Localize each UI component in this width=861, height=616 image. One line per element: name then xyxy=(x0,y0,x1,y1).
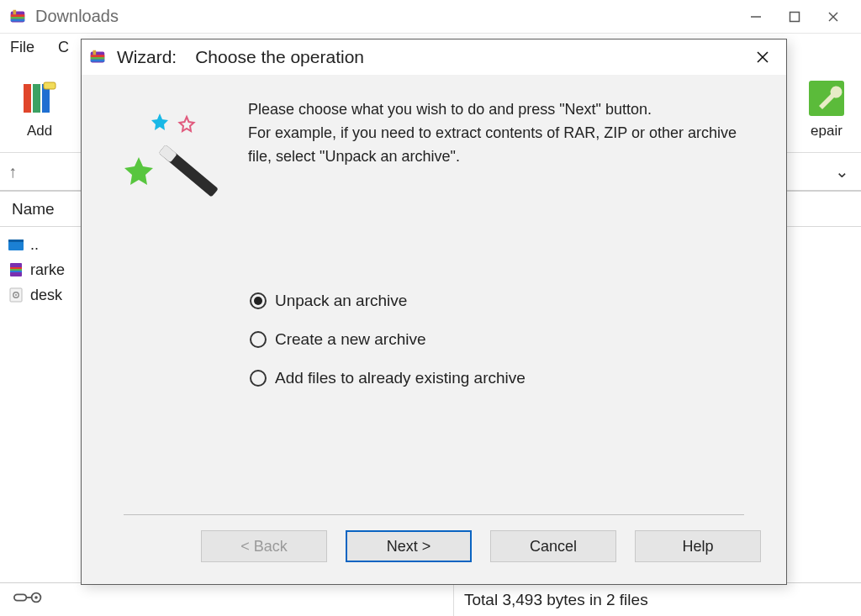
back-button[interactable]: < Back xyxy=(201,530,327,562)
maximize-button[interactable] xyxy=(775,3,814,30)
toolbar-repair-label: epair xyxy=(797,123,856,140)
svg-rect-17 xyxy=(10,267,22,269)
dialog-title-op: Choose the operation xyxy=(195,47,364,67)
option-label: Create a new archive xyxy=(275,330,426,349)
winrar-icon xyxy=(88,48,107,66)
close-main-button[interactable] xyxy=(814,3,853,30)
svg-rect-2 xyxy=(11,17,25,19)
svg-rect-23 xyxy=(14,594,26,600)
svg-rect-4 xyxy=(13,9,17,14)
toolbar-add-button[interactable]: Add xyxy=(10,77,69,140)
svg-rect-9 xyxy=(24,84,31,113)
wizard-dialog: Wizard: Choose the operation Plea xyxy=(81,39,787,585)
svg-rect-19 xyxy=(10,271,22,272)
menu-second[interactable]: C xyxy=(58,39,69,56)
option-label: Unpack an archive xyxy=(275,292,407,310)
svg-rect-10 xyxy=(33,84,40,113)
cancel-button[interactable]: Cancel xyxy=(490,530,616,562)
dialog-intro-text: Please choose what you wish to do and pr… xyxy=(248,98,761,216)
intro-line-2: For example, if you need to extract cont… xyxy=(248,122,761,169)
column-name: Name xyxy=(12,200,55,218)
main-titlebar[interactable]: Downloads xyxy=(0,0,861,34)
svg-point-25 xyxy=(34,596,38,599)
dialog-title-prefix: Wizard: xyxy=(117,47,177,67)
statusbar: Total 3,493 bytes in 2 files xyxy=(0,582,861,616)
rar-file-icon xyxy=(7,261,25,279)
dialog-body: Please choose what you wish to do and pr… xyxy=(82,75,786,584)
option-label: Add files to already existing archive xyxy=(275,369,526,387)
wizard-options: Unpack an archive Create a new archive A… xyxy=(250,292,761,387)
svg-rect-6 xyxy=(790,12,800,21)
option-create[interactable]: Create a new archive xyxy=(250,330,761,349)
radio-icon xyxy=(250,292,267,309)
file-label: .. xyxy=(30,236,39,254)
winrar-icon xyxy=(8,8,27,26)
file-label: rarke xyxy=(30,261,65,279)
parent-folder-icon xyxy=(7,235,25,254)
minimize-button[interactable] xyxy=(737,3,775,30)
radio-icon xyxy=(250,331,267,348)
wizard-wand-icon xyxy=(107,98,224,216)
dialog-footer: < Back Next > Cancel Help xyxy=(82,496,786,584)
svg-rect-12 xyxy=(44,82,55,89)
svg-rect-30 xyxy=(91,60,105,62)
status-total: Total 3,493 bytes in 2 files xyxy=(454,591,648,609)
file-label: desk xyxy=(30,287,62,304)
svg-rect-1 xyxy=(11,14,25,17)
toolbar-repair-button[interactable]: epair xyxy=(797,77,856,140)
menu-file[interactable]: File xyxy=(10,39,34,56)
svg-rect-18 xyxy=(10,269,22,271)
chevron-down-icon[interactable]: ⌄ xyxy=(835,161,849,182)
radio-icon xyxy=(250,370,267,387)
svg-rect-15 xyxy=(8,240,24,242)
books-add-icon xyxy=(18,77,61,119)
svg-rect-29 xyxy=(91,57,105,60)
intro-line-1: Please choose what you wish to do and pr… xyxy=(248,98,761,122)
help-button[interactable]: Help xyxy=(635,530,761,562)
option-add[interactable]: Add files to already existing archive xyxy=(250,369,761,387)
dialog-close-button[interactable] xyxy=(746,40,779,74)
drive-status-icon xyxy=(13,590,44,609)
nav-up-icon[interactable]: ↑ xyxy=(8,162,17,182)
svg-rect-3 xyxy=(11,18,25,21)
ini-file-icon xyxy=(7,286,25,304)
svg-rect-31 xyxy=(93,50,97,55)
next-button[interactable]: Next > xyxy=(346,530,472,562)
main-window-title: Downloads xyxy=(35,7,119,26)
dialog-titlebar[interactable]: Wizard: Choose the operation xyxy=(82,39,786,75)
svg-point-22 xyxy=(15,294,17,296)
svg-rect-28 xyxy=(91,55,105,57)
option-unpack[interactable]: Unpack an archive xyxy=(250,292,761,310)
toolbar-add-label: Add xyxy=(10,123,69,140)
wrench-icon xyxy=(806,77,848,119)
